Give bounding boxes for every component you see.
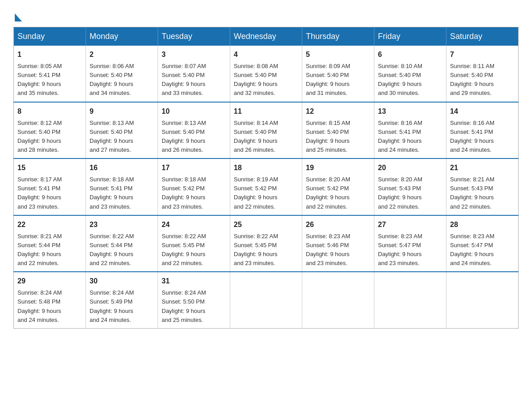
- day-number: 27: [378, 219, 442, 230]
- day-number: 9: [90, 106, 154, 117]
- calendar-cell: 23 Sunrise: 8:22 AM Sunset: 5:44 PM Dayl…: [86, 215, 158, 272]
- day-info: Sunrise: 8:09 AM Sunset: 5:40 PM Dayligh…: [306, 62, 370, 98]
- day-number: 10: [162, 106, 226, 117]
- day-number: 25: [234, 219, 298, 230]
- day-info: Sunrise: 8:05 AM Sunset: 5:41 PM Dayligh…: [17, 62, 82, 98]
- day-number: 15: [17, 163, 82, 173]
- day-info: Sunrise: 8:12 AM Sunset: 5:40 PM Dayligh…: [17, 119, 82, 155]
- day-info: Sunrise: 8:23 AM Sunset: 5:47 PM Dayligh…: [378, 232, 442, 268]
- day-number: 8: [17, 106, 82, 117]
- day-info: Sunrise: 8:24 AM Sunset: 5:48 PM Dayligh…: [17, 288, 82, 325]
- day-number: 20: [378, 163, 442, 173]
- calendar-cell: 25 Sunrise: 8:22 AM Sunset: 5:45 PM Dayl…: [230, 215, 302, 272]
- day-info: Sunrise: 8:24 AM Sunset: 5:50 PM Dayligh…: [162, 288, 226, 325]
- calendar-cell: 17 Sunrise: 8:18 AM Sunset: 5:42 PM Dayl…: [158, 158, 230, 215]
- day-number: 26: [306, 219, 370, 230]
- calendar-cell: [446, 272, 519, 328]
- day-number: 28: [450, 219, 515, 230]
- day-info: Sunrise: 8:22 AM Sunset: 5:45 PM Dayligh…: [162, 232, 226, 268]
- day-number: 24: [162, 219, 226, 230]
- calendar-cell: 9 Sunrise: 8:13 AM Sunset: 5:40 PM Dayli…: [86, 102, 158, 159]
- day-info: Sunrise: 8:19 AM Sunset: 5:42 PM Dayligh…: [234, 175, 298, 211]
- day-info: Sunrise: 8:13 AM Sunset: 5:40 PM Dayligh…: [90, 119, 154, 155]
- calendar-cell: 21 Sunrise: 8:21 AM Sunset: 5:43 PM Dayl…: [446, 158, 519, 215]
- day-number: 17: [162, 163, 226, 173]
- day-info: Sunrise: 8:20 AM Sunset: 5:43 PM Dayligh…: [378, 175, 442, 211]
- calendar-cell: 16 Sunrise: 8:18 AM Sunset: 5:41 PM Dayl…: [86, 158, 158, 215]
- calendar-cell: 13 Sunrise: 8:16 AM Sunset: 5:41 PM Dayl…: [374, 102, 446, 159]
- calendar-cell: [374, 272, 446, 328]
- day-number: 23: [90, 219, 154, 230]
- calendar-week-row: 15 Sunrise: 8:17 AM Sunset: 5:41 PM Dayl…: [14, 158, 519, 215]
- day-info: Sunrise: 8:07 AM Sunset: 5:40 PM Dayligh…: [162, 62, 226, 98]
- calendar-cell: 1 Sunrise: 8:05 AM Sunset: 5:41 PM Dayli…: [14, 46, 86, 102]
- calendar-cell: 19 Sunrise: 8:20 AM Sunset: 5:42 PM Dayl…: [302, 158, 374, 215]
- day-number: 30: [90, 276, 154, 287]
- calendar-cell: 10 Sunrise: 8:13 AM Sunset: 5:40 PM Dayl…: [158, 102, 230, 159]
- calendar-cell: 11 Sunrise: 8:14 AM Sunset: 5:40 PM Dayl…: [230, 102, 302, 159]
- day-info: Sunrise: 8:18 AM Sunset: 5:41 PM Dayligh…: [90, 175, 154, 211]
- calendar-week-row: 8 Sunrise: 8:12 AM Sunset: 5:40 PM Dayli…: [14, 102, 519, 159]
- day-number: 13: [378, 106, 442, 117]
- day-number: 29: [17, 276, 82, 287]
- day-number: 16: [90, 163, 154, 173]
- day-info: Sunrise: 8:06 AM Sunset: 5:40 PM Dayligh…: [90, 62, 154, 98]
- calendar-cell: 26 Sunrise: 8:23 AM Sunset: 5:46 PM Dayl…: [302, 215, 374, 272]
- calendar-cell: 8 Sunrise: 8:12 AM Sunset: 5:40 PM Dayli…: [14, 102, 86, 159]
- weekday-header-thursday: Thursday: [302, 27, 374, 46]
- day-info: Sunrise: 8:16 AM Sunset: 5:41 PM Dayligh…: [378, 119, 442, 155]
- calendar-cell: 12 Sunrise: 8:15 AM Sunset: 5:40 PM Dayl…: [302, 102, 374, 159]
- calendar-cell: [230, 272, 302, 328]
- day-number: 4: [234, 49, 298, 60]
- calendar-cell: 4 Sunrise: 8:08 AM Sunset: 5:40 PM Dayli…: [230, 46, 302, 102]
- day-number: 12: [306, 106, 370, 117]
- day-info: Sunrise: 8:08 AM Sunset: 5:40 PM Dayligh…: [234, 62, 298, 98]
- weekday-header-wednesday: Wednesday: [230, 27, 302, 46]
- day-number: 2: [90, 49, 154, 60]
- day-info: Sunrise: 8:17 AM Sunset: 5:41 PM Dayligh…: [17, 175, 82, 211]
- day-number: 11: [234, 106, 298, 117]
- calendar-cell: 2 Sunrise: 8:06 AM Sunset: 5:40 PM Dayli…: [86, 46, 158, 102]
- logo: [13, 13, 22, 18]
- day-number: 19: [306, 163, 370, 173]
- day-number: 18: [234, 163, 298, 173]
- day-number: 14: [450, 106, 515, 117]
- day-info: Sunrise: 8:16 AM Sunset: 5:41 PM Dayligh…: [450, 119, 515, 155]
- calendar-cell: 22 Sunrise: 8:21 AM Sunset: 5:44 PM Dayl…: [14, 215, 86, 272]
- calendar-cell: 28 Sunrise: 8:23 AM Sunset: 5:47 PM Dayl…: [446, 215, 519, 272]
- weekday-header-sunday: Sunday: [14, 27, 86, 46]
- calendar-week-row: 29 Sunrise: 8:24 AM Sunset: 5:48 PM Dayl…: [14, 272, 519, 328]
- day-info: Sunrise: 8:22 AM Sunset: 5:45 PM Dayligh…: [234, 232, 298, 268]
- calendar-week-row: 22 Sunrise: 8:21 AM Sunset: 5:44 PM Dayl…: [14, 215, 519, 272]
- calendar-cell: 6 Sunrise: 8:10 AM Sunset: 5:40 PM Dayli…: [374, 46, 446, 102]
- day-info: Sunrise: 8:21 AM Sunset: 5:43 PM Dayligh…: [450, 175, 515, 211]
- weekday-header-saturday: Saturday: [446, 27, 519, 46]
- day-number: 3: [162, 49, 226, 60]
- calendar-cell: 29 Sunrise: 8:24 AM Sunset: 5:48 PM Dayl…: [14, 272, 86, 328]
- calendar-cell: 24 Sunrise: 8:22 AM Sunset: 5:45 PM Dayl…: [158, 215, 230, 272]
- day-info: Sunrise: 8:14 AM Sunset: 5:40 PM Dayligh…: [234, 119, 298, 155]
- calendar-cell: 14 Sunrise: 8:16 AM Sunset: 5:41 PM Dayl…: [446, 102, 519, 159]
- day-info: Sunrise: 8:18 AM Sunset: 5:42 PM Dayligh…: [162, 175, 226, 211]
- weekday-header-tuesday: Tuesday: [158, 27, 230, 46]
- calendar-cell: 5 Sunrise: 8:09 AM Sunset: 5:40 PM Dayli…: [302, 46, 374, 102]
- calendar-cell: 15 Sunrise: 8:17 AM Sunset: 5:41 PM Dayl…: [14, 158, 86, 215]
- day-number: 1: [17, 49, 82, 60]
- day-number: 5: [306, 49, 370, 60]
- day-info: Sunrise: 8:23 AM Sunset: 5:47 PM Dayligh…: [450, 232, 515, 268]
- day-number: 7: [450, 49, 515, 60]
- weekday-header-monday: Monday: [86, 27, 158, 46]
- day-info: Sunrise: 8:13 AM Sunset: 5:40 PM Dayligh…: [162, 119, 226, 155]
- day-info: Sunrise: 8:15 AM Sunset: 5:40 PM Dayligh…: [306, 119, 370, 155]
- day-number: 21: [450, 163, 515, 173]
- day-info: Sunrise: 8:24 AM Sunset: 5:49 PM Dayligh…: [90, 288, 154, 325]
- day-info: Sunrise: 8:21 AM Sunset: 5:44 PM Dayligh…: [17, 232, 82, 268]
- calendar-cell: 3 Sunrise: 8:07 AM Sunset: 5:40 PM Dayli…: [158, 46, 230, 102]
- calendar-cell: 7 Sunrise: 8:11 AM Sunset: 5:40 PM Dayli…: [446, 46, 519, 102]
- calendar-week-row: 1 Sunrise: 8:05 AM Sunset: 5:41 PM Dayli…: [14, 46, 519, 102]
- day-info: Sunrise: 8:10 AM Sunset: 5:40 PM Dayligh…: [378, 62, 442, 98]
- calendar-cell: 30 Sunrise: 8:24 AM Sunset: 5:49 PM Dayl…: [86, 272, 158, 328]
- calendar-cell: 27 Sunrise: 8:23 AM Sunset: 5:47 PM Dayl…: [374, 215, 446, 272]
- calendar-cell: 31 Sunrise: 8:24 AM Sunset: 5:50 PM Dayl…: [158, 272, 230, 328]
- day-info: Sunrise: 8:11 AM Sunset: 5:40 PM Dayligh…: [450, 62, 515, 98]
